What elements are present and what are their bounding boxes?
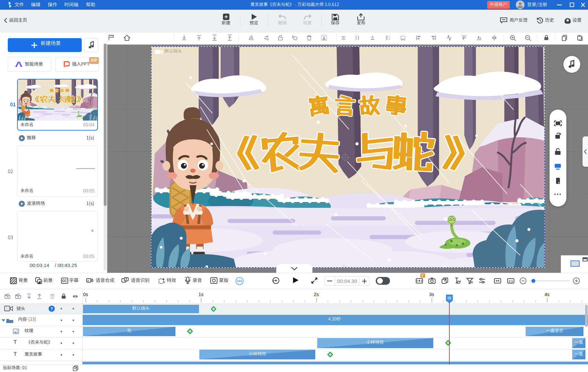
svg-text:1:1: 1:1 — [509, 279, 513, 283]
svg-text:?: ? — [50, 306, 53, 311]
